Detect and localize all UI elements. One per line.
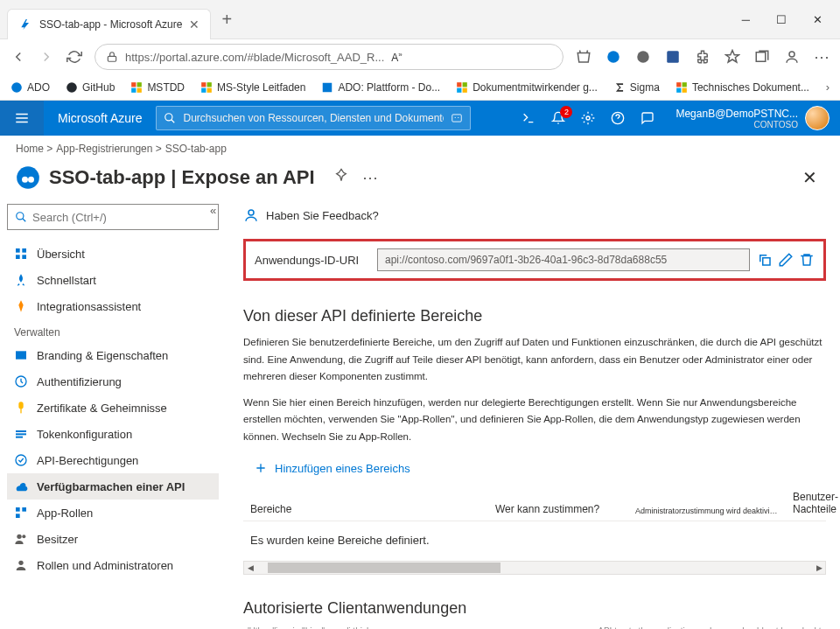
bookmark-adoplatform[interactable]: ADO: Plattform - Do...	[321, 81, 440, 94]
feedback-person-icon	[243, 207, 259, 223]
nav-token[interactable]: Tokenkonfiguration	[7, 421, 219, 447]
nav-roles[interactable]: Rollen und Administratoren	[7, 552, 219, 578]
add-scope-button[interactable]: Hinzufügen eines Bereichs	[243, 454, 826, 482]
apiperm-icon	[14, 453, 28, 467]
tab-title: SSO-tab-app - Microsoft Azure	[39, 18, 182, 31]
bookmark-ado[interactable]: ADO	[10, 81, 50, 94]
nav-overview[interactable]: Übersicht	[7, 241, 219, 267]
svg-rect-4	[756, 52, 766, 62]
nav-branding[interactable]: Branding & Eigenschaften	[7, 342, 219, 368]
th-admin: Administratorzustimmung wird deaktiviert…	[628, 503, 786, 519]
content-pane: Haben Sie Feedback? Anwendungs-ID-URI Vo…	[226, 200, 840, 629]
nav-section-manage: Verwalten	[7, 319, 219, 342]
search-icon	[15, 211, 27, 223]
favorites-icon[interactable]	[724, 49, 740, 65]
window-close[interactable]: ✕	[813, 13, 822, 26]
close-blade[interactable]: ✕	[802, 167, 824, 188]
portal-menu-toggle[interactable]	[0, 101, 44, 136]
delete-icon[interactable]	[799, 252, 815, 268]
svg-point-30	[22, 177, 28, 183]
breadcrumb: Home > App-Registrierungen > SSO-tab-app	[0, 136, 840, 162]
hamburger-icon	[14, 110, 30, 126]
bookmark-msstyle[interactable]: MS-Style Leitfaden	[200, 81, 305, 94]
scopes-desc-2: Wenn Sie hier einen Bereich hinzufügen, …	[243, 395, 826, 446]
sidebar: « Übersicht Schnellstart Integrationsass…	[0, 200, 226, 629]
svg-rect-37	[16, 351, 26, 359]
svg-rect-45	[16, 514, 20, 518]
svg-rect-17	[457, 82, 461, 87]
svg-point-47	[22, 535, 25, 538]
nav-reload[interactable]	[66, 49, 82, 65]
pin-icon[interactable]	[334, 168, 348, 182]
uri-input[interactable]	[377, 248, 750, 271]
scopes-empty: Es wurden keine Bereiche definiert.	[243, 521, 826, 559]
horizontal-scrollbar[interactable]: ◀▶	[243, 561, 826, 575]
ado-icon	[321, 81, 333, 94]
nav-owners[interactable]: Besitzer	[7, 526, 219, 552]
url-input[interactable]: https://portal.azure.com/#blade/Microsof…	[94, 44, 564, 70]
extension-icon-2[interactable]	[635, 49, 651, 65]
nav-integration[interactable]: Integrationsassistent	[7, 293, 219, 319]
sidebar-search[interactable]	[7, 204, 219, 230]
bookmark-mstdd[interactable]: MSTDD	[130, 81, 185, 94]
browser-address-bar: https://portal.azure.com/#blade/Microsof…	[0, 39, 840, 74]
svg-rect-8	[132, 82, 136, 87]
feedback-link[interactable]: Haben Sie Feedback?	[243, 200, 826, 239]
svg-rect-20	[463, 87, 467, 92]
nav-apiperm[interactable]: API-Berechtigungen	[7, 447, 219, 473]
clients-section: Autorisierte Clientanwendungen c'' lthnn…	[243, 599, 826, 629]
settings-icon[interactable]	[581, 111, 595, 125]
new-tab-button[interactable]: +	[221, 10, 232, 30]
crumb-home[interactable]: Home >	[16, 143, 52, 162]
window-maximize[interactable]: ☐	[776, 13, 787, 26]
bookmarks-overflow[interactable]: ›	[826, 80, 830, 94]
extension-icon-1[interactable]	[606, 49, 621, 65]
extensions-icon[interactable]	[695, 49, 710, 65]
browser-menu[interactable]: ⋯	[814, 47, 830, 66]
portal-user-menu[interactable]: MeganB@DemoPSTNC... CONTOSO	[665, 106, 840, 130]
svg-point-1	[607, 51, 620, 63]
svg-rect-40	[16, 433, 26, 435]
window-minimize[interactable]: ─	[742, 13, 750, 26]
portal-search-input[interactable]	[183, 112, 444, 124]
lock-icon	[106, 51, 118, 63]
copilot-icon[interactable]	[451, 112, 463, 124]
browser-tab[interactable]: SSO-tab-app - Microsoft Azure ✕	[7, 9, 211, 39]
bookmark-github[interactable]: GitHub	[66, 81, 115, 94]
portal-brand[interactable]: Microsoft Azure	[44, 111, 156, 125]
bookmark-doc[interactable]: Dokumentmitwirkender g...	[456, 81, 598, 94]
nav-certs[interactable]: Zertifikate & Geheimnisse	[7, 395, 219, 421]
nav-auth[interactable]: Authentifizierung	[7, 368, 219, 395]
crumb-appreg[interactable]: App-Registrierungen >	[56, 143, 161, 162]
clients-heading: Autorisierte Clientanwendungen	[243, 599, 826, 618]
integration-icon	[14, 299, 28, 313]
feedback-icon[interactable]	[640, 111, 654, 125]
svg-rect-22	[682, 82, 686, 87]
collections-icon[interactable]	[754, 49, 770, 65]
svg-point-5	[789, 52, 794, 57]
shopping-icon[interactable]	[576, 49, 592, 65]
help-icon[interactable]	[611, 111, 625, 125]
edit-icon[interactable]	[778, 252, 794, 268]
svg-rect-50	[763, 258, 770, 265]
copy-icon[interactable]	[757, 252, 773, 268]
cloud-shell-icon[interactable]	[522, 111, 536, 125]
bookmarks-bar: ADO GitHub MSTDD MS-Style Leitfaden ADO:…	[0, 74, 840, 101]
sidebar-collapse-icon[interactable]: «	[210, 204, 216, 217]
profile-icon[interactable]	[784, 49, 800, 65]
nav-approles[interactable]: App-Rollen	[7, 500, 219, 526]
nav-expose-api[interactable]: Verfügbarmachen einer API	[7, 473, 219, 500]
notifications-icon[interactable]: 2	[551, 111, 565, 125]
bookmark-sigma[interactable]: Sigma	[613, 81, 660, 94]
nav-quickstart[interactable]: Schnellstart	[7, 267, 219, 293]
sidebar-search-input[interactable]	[32, 211, 211, 224]
more-actions[interactable]: ⋯	[362, 168, 378, 187]
bookmark-tech[interactable]: Technisches Dokument...	[676, 81, 809, 94]
portal-search[interactable]	[156, 106, 471, 130]
svg-point-48	[18, 561, 23, 565]
extension-icon-3[interactable]	[665, 49, 681, 65]
th-user: Benutzer-Nachteile	[786, 487, 840, 519]
nav-back[interactable]	[10, 49, 26, 65]
tab-close-icon[interactable]: ✕	[189, 17, 200, 31]
svg-rect-0	[108, 56, 116, 61]
